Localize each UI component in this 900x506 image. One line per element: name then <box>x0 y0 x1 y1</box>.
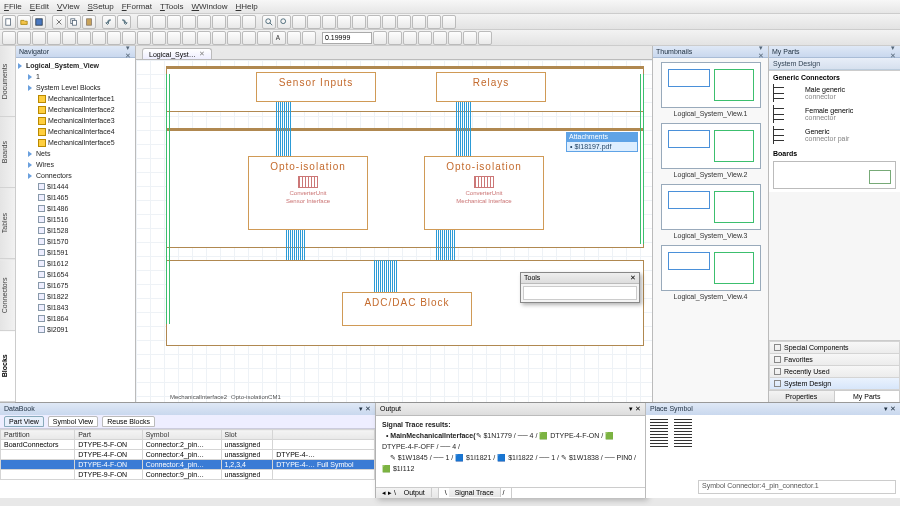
tool-generic[interactable] <box>212 15 226 29</box>
menu-view[interactable]: VView <box>57 2 80 11</box>
side-tab-boards[interactable]: Boards <box>0 117 15 188</box>
tool-generic[interactable] <box>242 15 256 29</box>
tree-item[interactable]: $I1591 <box>47 247 68 258</box>
tree-system-blocks[interactable]: System Level Blocks <box>36 82 101 93</box>
tool-generic[interactable] <box>337 15 351 29</box>
side-tab-blocks[interactable]: Blocks <box>0 331 15 402</box>
tree-item[interactable]: $I1465 <box>47 192 68 203</box>
menu-help[interactable]: HHelp <box>236 2 258 11</box>
schematic-canvas[interactable]: Sensor Inputs Relays Opto-isolation Conv… <box>136 60 652 402</box>
panel-controls-icon[interactable]: ▾ ✕ <box>884 405 896 413</box>
tool-generic[interactable] <box>242 31 256 45</box>
tool-generic[interactable] <box>167 31 181 45</box>
tool-generic[interactable] <box>182 31 196 45</box>
zoom-in-icon[interactable] <box>262 15 276 29</box>
tool-generic[interactable] <box>77 31 91 45</box>
tool-generic[interactable] <box>292 15 306 29</box>
menu-setup[interactable]: SSetup <box>87 2 113 11</box>
tree-item[interactable]: $I1570 <box>47 236 68 247</box>
tool-generic[interactable] <box>352 15 366 29</box>
tab-my-parts[interactable]: My Parts <box>835 391 901 402</box>
section-system-design[interactable]: System Design <box>769 58 900 70</box>
tool-generic[interactable] <box>47 31 61 45</box>
tool-generic[interactable] <box>418 31 432 45</box>
floating-tools-palette[interactable]: Tools✕ <box>520 272 640 303</box>
panel-controls-icon[interactable]: ▾ ✕ <box>629 405 641 413</box>
tree-item[interactable]: MechanicalInterface2 <box>48 104 115 115</box>
menu-edit[interactable]: EEdit <box>30 2 49 11</box>
tool-generic[interactable] <box>427 15 441 29</box>
tool-generic[interactable] <box>152 15 166 29</box>
tree-item[interactable]: $I2091 <box>47 324 68 335</box>
tool-generic[interactable] <box>92 31 106 45</box>
tool-generic[interactable] <box>388 31 402 45</box>
cut-icon[interactable] <box>52 15 66 29</box>
table-row[interactable]: BoardConnectorsDTYPE-5-F-ONConnector:2_p… <box>1 440 375 450</box>
tool-generic[interactable] <box>62 31 76 45</box>
connector-row[interactable]: Genericconnector pair <box>773 126 896 144</box>
tool-generic[interactable] <box>197 15 211 29</box>
tool-generic[interactable] <box>448 31 462 45</box>
tree-item[interactable]: $I1822 <box>47 291 68 302</box>
tree-item[interactable]: $I1516 <box>47 214 68 225</box>
table-row[interactable]: DTYPE-4-F-ONConnector:4_pin…unassignedDT… <box>1 450 375 460</box>
tool-generic[interactable] <box>322 15 336 29</box>
tool-generic[interactable] <box>367 15 381 29</box>
grid-size-input[interactable] <box>322 32 372 44</box>
new-icon[interactable] <box>2 15 16 29</box>
tree-item[interactable]: MechanicalInterface4 <box>48 126 115 137</box>
tool-generic[interactable] <box>2 31 16 45</box>
tool-generic[interactable] <box>107 31 121 45</box>
symbol-preview[interactable] <box>650 419 668 447</box>
connector-row[interactable]: Female genericconnector <box>773 105 896 123</box>
attachment-file[interactable]: • $I18197.pdf <box>566 141 638 152</box>
tool-generic[interactable] <box>182 15 196 29</box>
menu-file[interactable]: FFile <box>4 2 22 11</box>
tree-wires[interactable]: Wires <box>36 159 54 170</box>
tool-generic[interactable] <box>32 31 46 45</box>
tool-generic[interactable] <box>287 31 301 45</box>
undo-icon[interactable] <box>102 15 116 29</box>
tree-root[interactable]: Logical_System_View <box>26 60 99 71</box>
tree-item[interactable]: $I1675 <box>47 280 68 291</box>
side-tab-tables[interactable]: Tables <box>0 188 15 259</box>
tool-generic[interactable] <box>137 15 151 29</box>
tool-generic[interactable] <box>17 31 31 45</box>
table-row[interactable]: DTYPE-9-F-ONConnector:9_pin…unassigned <box>1 470 375 480</box>
menu-format[interactable]: FFormat <box>122 2 152 11</box>
tool-generic[interactable] <box>373 31 387 45</box>
panel-controls-icon[interactable]: ▾ ✕ <box>359 405 371 413</box>
tree-connectors[interactable]: Connectors <box>36 170 72 181</box>
menu-tools[interactable]: TTools <box>160 2 184 11</box>
tree-item[interactable]: MechanicalInterface5 <box>48 137 115 148</box>
tree-item[interactable]: $I1444 <box>47 181 68 192</box>
connector-row[interactable]: Male genericconnector <box>773 84 896 102</box>
tree-item[interactable]: $I1528 <box>47 225 68 236</box>
thumbnail-item[interactable]: Logical_System_View.1 <box>661 62 761 117</box>
side-tab-documents[interactable]: Documents <box>0 46 15 117</box>
tool-generic[interactable] <box>152 31 166 45</box>
thumbnail-item[interactable]: Logical_System_View.2 <box>661 123 761 178</box>
cat-favorites[interactable]: Favorites <box>769 353 900 365</box>
tool-generic[interactable] <box>307 15 321 29</box>
cat-recent[interactable]: Recently Used <box>769 365 900 377</box>
close-icon[interactable]: ✕ <box>630 274 636 282</box>
subtab-symbol-view[interactable]: Symbol View <box>48 416 98 427</box>
save-icon[interactable] <box>32 15 46 29</box>
tree-item[interactable]: MechanicalInterface1 <box>48 93 115 104</box>
tool-generic[interactable] <box>227 15 241 29</box>
cat-system-design[interactable]: System Design <box>769 377 900 390</box>
tool-generic[interactable] <box>382 15 396 29</box>
tab-properties[interactable]: Properties <box>769 391 835 402</box>
tool-generic[interactable] <box>412 15 426 29</box>
tool-generic[interactable] <box>302 31 316 45</box>
subtab-reuse-blocks[interactable]: Reuse Blocks <box>102 416 155 427</box>
thumbnail-item[interactable]: Logical_System_View.3 <box>661 184 761 239</box>
tree-item[interactable]: $I1864 <box>47 313 68 324</box>
document-tab[interactable]: Logical_Syst… ✕ <box>142 48 212 59</box>
zoom-out-icon[interactable] <box>277 15 291 29</box>
tool-generic[interactable] <box>227 31 241 45</box>
tool-generic[interactable] <box>433 31 447 45</box>
attachment-callout[interactable]: Attachments • $I18197.pdf <box>566 132 638 152</box>
cat-special[interactable]: Special Components <box>769 341 900 353</box>
